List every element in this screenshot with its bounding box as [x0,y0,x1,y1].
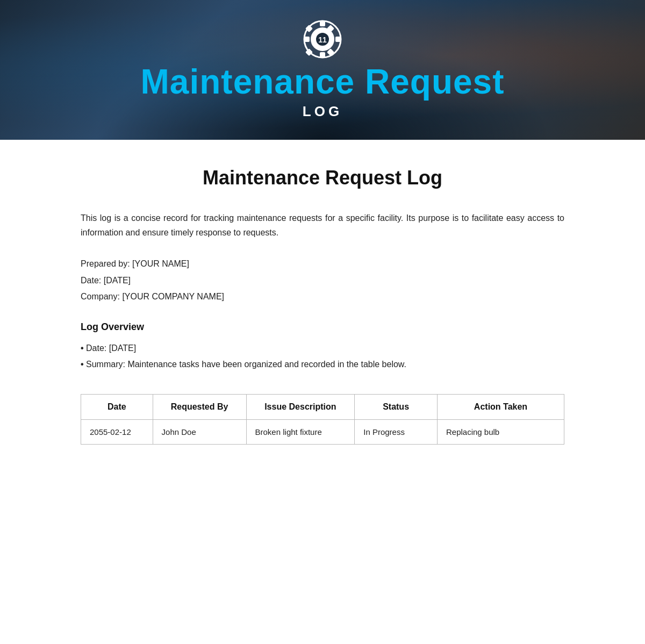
overview-list: Date: [DATE] Summary: Maintenance tasks … [81,340,564,373]
company-label: Company: [81,292,122,301]
col-header-date: Date [81,395,153,420]
page-description: This log is a concise record for trackin… [81,211,564,240]
overview-item-summary: Summary: Maintenance tasks have been org… [81,356,564,373]
gear-icon: 11 [303,20,342,59]
cell-status: In Progress [355,420,438,445]
log-table: Date Requested By Issue Description Stat… [81,394,564,445]
svg-rect-4 [335,37,341,42]
meta-info: Prepared by: [YOUR NAME] Date: [DATE] Co… [81,256,564,305]
overview-item-date: Date: [DATE] [81,340,564,356]
svg-rect-3 [304,37,310,42]
svg-rect-2 [320,52,325,58]
hero-title: Maintenance Request [141,63,505,101]
prepared-by-value: [YOUR NAME] [132,259,189,268]
cell-date: 2055-02-12 [81,420,153,445]
prepared-by-line: Prepared by: [YOUR NAME] [81,256,564,272]
date-line: Date: [DATE] [81,273,564,289]
svg-rect-1 [320,21,325,26]
page-title: Maintenance Request Log [81,167,564,189]
table-row: 2055-02-12 John Doe Broken light fixture… [81,420,564,445]
cell-action-taken: Replacing bulb [437,420,564,445]
prepared-by-label: Prepared by: [81,259,132,268]
hero-content: 11 Maintenance Request LOG [141,20,505,119]
hero-subtitle: LOG [303,103,342,120]
cell-issue-description: Broken light fixture [246,420,355,445]
overview-title: Log Overview [81,321,564,333]
hero-section: 11 Maintenance Request LOG [0,0,645,140]
company-value: [YOUR COMPANY NAME] [122,292,224,301]
cell-requested-by: John Doe [153,420,246,445]
table-header-row: Date Requested By Issue Description Stat… [81,395,564,420]
date-value: [DATE] [104,276,131,285]
col-header-requested-by: Requested By [153,395,246,420]
col-header-action-taken: Action Taken [437,395,564,420]
col-header-status: Status [355,395,438,420]
svg-text:11: 11 [318,35,327,44]
main-content: Maintenance Request Log This log is a co… [70,140,575,466]
date-label: Date: [81,276,104,285]
company-line: Company: [YOUR COMPANY NAME] [81,289,564,305]
col-header-issue-description: Issue Description [246,395,355,420]
